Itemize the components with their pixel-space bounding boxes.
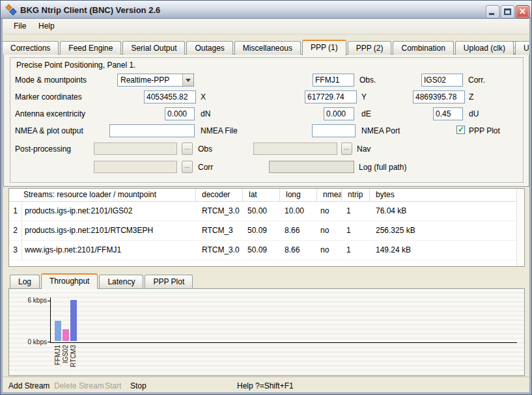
y-tick-label-bottom: 0 kbps <box>14 338 47 346</box>
x-coordinate-field[interactable] <box>144 90 196 103</box>
du-field[interactable] <box>433 107 463 120</box>
du-suffix-label: dU <box>469 109 479 118</box>
cell-decoder: RTCM_3 <box>195 221 242 240</box>
check-icon: ✓ <box>458 125 464 134</box>
tab-serial-output[interactable]: Serial Output <box>122 41 185 55</box>
header-bytes: bytes <box>369 189 524 201</box>
de-suffix-label: dE <box>361 109 371 118</box>
table-row[interactable]: 2 products.igs-ip.net:2101/RTCM3EPH RTCM… <box>9 221 524 241</box>
minimize-button[interactable] <box>486 5 499 18</box>
header-decoder: decoder <box>195 189 242 201</box>
ppp-plot-label: PPP Plot <box>469 126 500 135</box>
category-label-rtcm3: RTCM3 <box>70 345 77 371</box>
stop-button[interactable]: Stop <box>130 381 147 390</box>
maximize-button[interactable] <box>501 5 514 18</box>
post-corr-field <box>94 161 177 173</box>
dn-field[interactable] <box>165 107 195 120</box>
browse-obs-button[interactable]: ... <box>182 143 193 155</box>
maximize-icon <box>504 8 511 15</box>
cell-nmea: no <box>316 202 341 221</box>
tab-corrections[interactable]: Corrections <box>2 41 59 55</box>
table-row[interactable]: 3 www.igs-ip.net:2101/FFMJ1 RTCM_3.0 50.… <box>9 241 524 260</box>
y-axis <box>50 297 51 342</box>
browse-nav-button[interactable]: ... <box>341 143 352 155</box>
window-title: BKG Ntrip Client (BNC) Version 2.6 <box>20 5 160 15</box>
bar-igs02 <box>63 329 69 341</box>
cell-long: 8.66 <box>279 221 316 240</box>
tab-latency[interactable]: Latency <box>99 275 143 288</box>
delete-stream-button: Delete Stream <box>54 381 104 390</box>
close-button[interactable]: ✕ <box>516 5 529 18</box>
nmea-label: NMEA & plot output <box>15 126 83 135</box>
cell-ntrip: 1 <box>341 241 369 260</box>
post-obs-field <box>94 143 177 155</box>
panel-heading: Precise Point Positioning, Panel 1. <box>16 61 135 70</box>
chevron-down-icon[interactable] <box>182 74 193 86</box>
cell-nmea: no <box>316 221 341 240</box>
obs-mountpoint-field[interactable] <box>313 74 354 87</box>
header-mountpoint: Streams: resource loader / mountpoint <box>9 189 195 201</box>
tab-throughput[interactable]: Throughput <box>41 273 98 289</box>
start-button: Start <box>105 381 121 390</box>
streams-table-header: Streams: resource loader / mountpoint de… <box>9 189 524 202</box>
menu-bar: File Help <box>3 19 529 34</box>
y-coordinate-field[interactable] <box>305 90 357 103</box>
z-suffix-label: Z <box>469 92 473 102</box>
marker-label: Marker coordinates <box>15 92 82 102</box>
help-shortcut-label: Help ?=Shift+F1 <box>237 381 294 390</box>
header-nmea: nmea <box>316 189 341 201</box>
tab-outages[interactable]: Outages <box>186 41 232 55</box>
corr-suffix-label: Corr. <box>468 75 485 85</box>
table-scrollbar[interactable] <box>516 189 524 266</box>
menu-help[interactable]: Help <box>33 19 61 34</box>
table-row[interactable]: 1 products.igs-ip.net:2101/IGS02 RTCM_3.… <box>9 202 524 221</box>
tab-miscellaneous[interactable]: Miscellaneous <box>234 41 301 55</box>
tab-ppp-plot[interactable]: PPP Plot <box>145 275 193 288</box>
browse-corr-button[interactable]: ... <box>182 161 193 173</box>
nmea-port-suffix-label: NMEA Port <box>361 126 400 135</box>
cell-nmea: no <box>316 241 341 260</box>
de-field[interactable] <box>324 107 354 120</box>
tab-ppp-1[interactable]: PPP (1) <box>302 40 346 55</box>
mode-label: Mode & mountpoints <box>15 75 87 85</box>
tab-combination[interactable]: Combination <box>393 41 453 55</box>
post-nav-field <box>253 143 337 155</box>
tab-upload-clk[interactable]: Upload (clk) <box>455 41 514 55</box>
menu-file[interactable]: File <box>8 19 32 34</box>
tab-feed-engine[interactable]: Feed Engine <box>60 41 121 55</box>
header-long: long <box>279 189 316 201</box>
cell-ntrip: 1 <box>341 221 369 240</box>
mode-combobox-value: Realtime-PPP <box>120 75 169 85</box>
cell-long: 10.00 <box>279 202 316 221</box>
main-tab-bar: Corrections Feed Engine Serial Output Ou… <box>2 40 532 55</box>
corr-mountpoint-field[interactable] <box>421 74 463 87</box>
window-border <box>1 392 531 394</box>
row-number: 1 <box>9 202 22 221</box>
cell-mountpoint: products.igs-ip.net:2101/RTCM3EPH <box>22 221 195 240</box>
y-tick-mark <box>48 301 50 301</box>
tab-log[interactable]: Log <box>10 275 40 288</box>
y-tick-mark <box>48 342 50 342</box>
cell-decoder: RTCM_3.0 <box>195 241 242 260</box>
post-log-suffix-label: Log (full path) <box>359 163 406 172</box>
category-label-igs02: IGS02 <box>62 345 70 371</box>
cell-long: 8.66 <box>279 241 316 260</box>
minimize-icon <box>489 13 494 15</box>
ppp-plot-checkbox[interactable]: ✓ <box>456 126 465 134</box>
bar-ffmj1 <box>55 321 61 341</box>
nmea-port-field[interactable] <box>312 124 356 137</box>
dn-suffix-label: dN <box>201 109 210 118</box>
tab-ppp-2[interactable]: PPP (2) <box>348 41 392 55</box>
header-lat: lat <box>242 189 279 201</box>
cell-bytes: 149.24 kB <box>369 241 524 260</box>
y-tick-label-top: 6 kbps <box>14 297 47 305</box>
cell-mountpoint: products.igs-ip.net:2101/IGS02 <box>22 202 195 221</box>
z-coordinate-field[interactable] <box>413 90 465 103</box>
header-ntrip: ntrip <box>341 189 369 201</box>
bottom-tab-bar: Log Throughput Latency PPP Plot <box>10 274 194 288</box>
add-stream-button[interactable]: Add Stream <box>8 381 49 390</box>
window-border <box>529 19 531 394</box>
nmea-file-field[interactable] <box>109 124 195 137</box>
mode-combobox[interactable]: Realtime-PPP <box>117 74 194 87</box>
post-log-field <box>269 161 354 173</box>
